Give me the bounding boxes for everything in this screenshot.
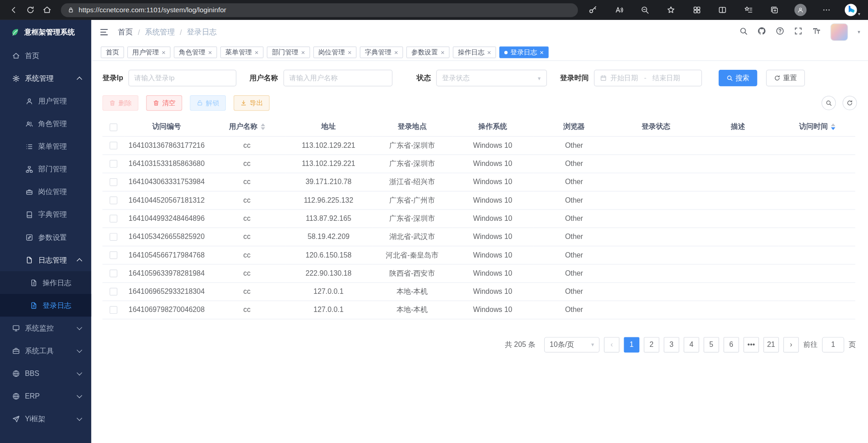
sidebar-item-bbs[interactable]: BBS — [0, 362, 91, 385]
extensions-icon[interactable] — [688, 2, 705, 18]
home-icon[interactable] — [39, 2, 55, 18]
refresh-table-button[interactable] — [843, 96, 857, 110]
tab-dict-mgmt[interactable]: 字典管理× — [360, 47, 403, 58]
sidebar-item-menu-mgmt[interactable]: 菜单管理 — [0, 135, 91, 158]
row-checkbox[interactable] — [110, 270, 117, 277]
back-icon[interactable] — [5, 2, 22, 18]
tab-dept-mgmt[interactable]: 部门管理× — [267, 47, 310, 58]
login-ip-input[interactable] — [128, 70, 236, 87]
tab-post-mgmt[interactable]: 岗位管理× — [313, 47, 356, 58]
close-icon[interactable]: × — [255, 49, 259, 56]
page-button-6[interactable]: 6 — [723, 337, 739, 352]
sidebar-item-home[interactable]: 首页 — [0, 44, 91, 67]
pager-more-button[interactable]: ••• — [743, 337, 759, 352]
close-icon[interactable]: × — [441, 49, 445, 56]
close-icon[interactable]: × — [348, 49, 352, 56]
font-size-icon[interactable] — [812, 27, 821, 38]
user-avatar[interactable] — [831, 23, 848, 41]
close-icon[interactable]: × — [394, 49, 398, 56]
breadcrumb-system-mgmt[interactable]: 系统管理 — [145, 27, 175, 37]
sidebar-item-yi-framework[interactable]: Yi框架 — [0, 407, 91, 430]
more-menu-icon[interactable] — [818, 2, 835, 18]
sidebar-item-system-mgmt[interactable]: 系统管理 — [0, 67, 91, 90]
prev-page-button[interactable]: ‹ — [604, 337, 619, 352]
tab-operation-log[interactable]: 操作日志× — [453, 47, 496, 58]
tab-login-log[interactable]: 登录日志× — [499, 47, 549, 58]
row-checkbox[interactable] — [110, 252, 117, 259]
sort-icon[interactable] — [260, 124, 265, 131]
row-checkbox[interactable] — [110, 178, 117, 186]
toggle-search-button[interactable] — [821, 96, 836, 110]
help-icon[interactable] — [776, 27, 785, 38]
close-icon[interactable]: × — [208, 49, 212, 56]
page-size-select[interactable]: 10条/页 ▾ — [544, 337, 600, 352]
sidebar-item-system-tools[interactable]: 系统工具 — [0, 339, 91, 362]
toolbox-icon — [12, 347, 20, 355]
sidebar-item-log-mgmt[interactable]: 日志管理 — [0, 248, 91, 271]
read-aloud-icon[interactable] — [610, 2, 627, 18]
sidebar-item-dict-mgmt[interactable]: 字典管理 — [0, 203, 91, 226]
tab-home[interactable]: 首页 — [101, 47, 124, 58]
row-checkbox[interactable] — [110, 306, 117, 314]
row-checkbox[interactable] — [110, 160, 117, 168]
sort-icon[interactable] — [831, 124, 835, 131]
col-user-name[interactable]: 用户名称 — [209, 117, 285, 136]
export-button[interactable]: 导出 — [234, 95, 269, 111]
tab-user-mgmt[interactable]: 用户管理× — [127, 47, 171, 58]
search-icon[interactable] — [739, 27, 748, 38]
page-button-21[interactable]: 21 — [763, 337, 779, 352]
collections-icon[interactable] — [766, 2, 783, 18]
goto-page-input[interactable] — [822, 337, 844, 352]
favorites-add-icon[interactable] — [663, 2, 679, 18]
sidebar-item-dept-mgmt[interactable]: 部门管理 — [0, 158, 91, 180]
sidebar-item-system-monitor[interactable]: 系统监控 — [0, 316, 91, 339]
tab-role-mgmt[interactable]: 角色管理× — [174, 47, 217, 58]
sidebar-item-login-log[interactable]: 登录日志 — [0, 294, 91, 316]
key-icon[interactable] — [585, 2, 601, 18]
refresh-icon[interactable] — [22, 2, 39, 18]
sidebar-item-user-mgmt[interactable]: 用户管理 — [0, 90, 91, 112]
row-checkbox[interactable] — [110, 215, 117, 223]
page-button-4[interactable]: 4 — [684, 337, 699, 352]
reset-button[interactable]: 重置 — [766, 70, 805, 87]
close-icon[interactable]: × — [161, 49, 166, 56]
date-range-picker[interactable]: 开始日期 - 结束日期 — [594, 70, 702, 87]
page-button-2[interactable]: 2 — [644, 337, 659, 352]
breadcrumb-home[interactable]: 首页 — [118, 27, 133, 37]
row-checkbox[interactable] — [110, 288, 117, 296]
col-access-time[interactable]: 访问时间 — [779, 117, 855, 136]
page-button-3[interactable]: 3 — [664, 337, 679, 352]
sidebar-item-operation-log[interactable]: 操作日志 — [0, 271, 91, 294]
favorites-bar-icon[interactable] — [740, 2, 757, 18]
fullscreen-icon[interactable] — [794, 27, 803, 38]
close-icon[interactable]: × — [487, 49, 491, 56]
user-name-input[interactable] — [283, 70, 392, 87]
tab-menu-mgmt[interactable]: 菜单管理× — [220, 47, 263, 58]
split-screen-icon[interactable] — [714, 2, 731, 18]
next-page-button[interactable]: › — [783, 337, 799, 352]
unlock-button[interactable]: 解锁 — [190, 95, 226, 111]
copilot-icon[interactable]: ▾ — [844, 3, 860, 16]
close-icon[interactable]: × — [301, 49, 305, 56]
menu-fold-icon[interactable] — [99, 27, 109, 37]
tab-param-settings[interactable]: 参数设置× — [406, 47, 449, 58]
clear-button[interactable]: 清空 — [146, 95, 182, 111]
row-checkbox[interactable] — [110, 197, 117, 204]
sidebar-item-param-settings[interactable]: 参数设置 — [0, 226, 91, 248]
page-button-5[interactable]: 5 — [703, 337, 719, 352]
zoom-out-icon[interactable] — [636, 2, 653, 18]
sidebar-item-role-mgmt[interactable]: 角色管理 — [0, 112, 91, 135]
search-button[interactable]: 搜索 — [718, 70, 757, 87]
page-button-1[interactable]: 1 — [624, 337, 639, 352]
close-icon[interactable]: × — [540, 49, 544, 56]
address-bar[interactable]: https://ccnetcore.com:1101/system/log/lo… — [61, 3, 578, 17]
select-all-checkbox[interactable] — [110, 123, 117, 131]
status-select[interactable]: 登录状态 ▾ — [436, 70, 546, 87]
sidebar-item-erp[interactable]: ERP — [0, 385, 91, 407]
delete-button[interactable]: 删除 — [102, 95, 138, 111]
github-icon[interactable] — [757, 27, 766, 38]
sidebar-item-post-mgmt[interactable]: 岗位管理 — [0, 180, 91, 203]
row-checkbox[interactable] — [110, 233, 117, 241]
row-checkbox[interactable] — [110, 142, 117, 150]
profile-avatar[interactable] — [792, 2, 809, 18]
